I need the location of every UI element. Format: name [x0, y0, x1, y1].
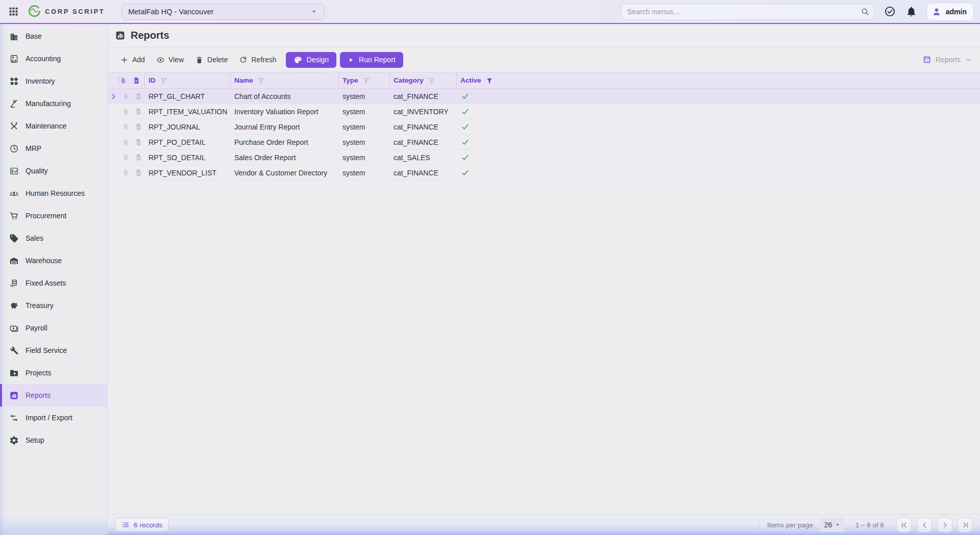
items-per-page-select[interactable]: 26 — [820, 518, 844, 532]
cell-type: system — [338, 92, 389, 100]
column-header-type[interactable]: Type — [338, 72, 389, 88]
run-report-button[interactable]: Run Report — [340, 52, 403, 68]
palette-icon — [293, 56, 302, 64]
filter-icon[interactable] — [160, 77, 167, 84]
chartbox-icon — [9, 391, 19, 400]
record-count-chip: 6 records — [115, 518, 169, 532]
sidebar-item-warehouse[interactable]: Warehouse — [0, 249, 107, 272]
attachment-icon — [122, 169, 130, 176]
cell-type: system — [338, 138, 389, 146]
treasury-icon — [9, 301, 19, 311]
cell-id: RPT_GL_CHART — [144, 92, 230, 100]
filter-icon[interactable] — [362, 77, 370, 84]
tasks-check-icon[interactable] — [884, 6, 896, 17]
table-header-row: ID Name Type Category Active — [108, 72, 980, 89]
quality-icon — [9, 166, 19, 176]
sidebar-item-mrp[interactable]: MRP — [0, 137, 107, 160]
column-header-active[interactable]: Active — [456, 72, 980, 88]
sidebar-item-manufacturing[interactable]: Manufacturing — [0, 92, 107, 115]
inventory-icon — [9, 77, 19, 86]
refresh-icon — [239, 56, 248, 64]
add-button[interactable]: Add — [114, 53, 151, 67]
menu-search — [621, 4, 874, 20]
refresh-button[interactable]: Refresh — [233, 53, 282, 67]
table-row[interactable]: RPT_GL_CHARTChart of Accountssystemcat_F… — [108, 89, 980, 104]
reports-page-icon — [115, 30, 126, 41]
column-header-name[interactable]: Name — [230, 72, 338, 88]
maintenance-icon — [9, 121, 19, 131]
row-expand-chevron-icon — [108, 108, 119, 116]
sidebar-item-maintenance[interactable]: Maintenance — [0, 115, 107, 137]
last-page-button[interactable] — [958, 517, 973, 532]
sidebar-item-fixed-assets[interactable]: Fixed Assets — [0, 272, 107, 294]
caret-down-icon — [310, 8, 318, 16]
sidebar-item-quality[interactable]: Quality — [0, 160, 107, 182]
attachment-column-icon[interactable] — [119, 77, 127, 85]
search-input[interactable] — [621, 4, 874, 20]
logo-icon — [28, 5, 41, 18]
reports-view-icon — [922, 55, 932, 64]
cell-type: system — [338, 108, 389, 116]
user-avatar-icon — [932, 7, 942, 17]
table-row[interactable]: RPT_ITEM_VALUATIONInventory Valuation Re… — [108, 104, 980, 119]
base-icon — [9, 32, 19, 41]
delete-button[interactable]: Delete — [189, 53, 233, 67]
active-check-icon — [461, 138, 470, 146]
table-row[interactable]: RPT_JOURNALJournal Entry Reportsystemcat… — [108, 119, 980, 135]
sidebar-item-treasury[interactable]: Treasury — [0, 294, 107, 317]
cell-name: Purchase Order Report — [230, 138, 338, 146]
table-row[interactable]: RPT_VENDOR_LISTVendor & Customer Directo… — [108, 165, 980, 181]
sidebar-item-label: Import / Export — [26, 414, 72, 422]
sidebar-item-label: Maintenance — [26, 122, 66, 130]
sidebar-item-import-export[interactable]: Import / Export — [0, 406, 107, 429]
sidebar-item-label: Fixed Assets — [26, 279, 66, 287]
attachment-icon — [122, 108, 130, 115]
design-button[interactable]: Design — [286, 52, 337, 68]
document-column-icon[interactable] — [132, 77, 140, 85]
filter-icon[interactable] — [257, 77, 265, 84]
sidebar-nav: BaseAccountingInventoryManufacturingMain… — [0, 24, 108, 535]
active-filter-icon[interactable] — [485, 77, 494, 85]
document-icon — [135, 169, 142, 176]
toolbar: Add View Delete Refresh Design Run Repor… — [108, 47, 980, 72]
attachment-icon — [122, 154, 130, 161]
plus-icon — [120, 56, 129, 64]
mrp-icon — [9, 144, 19, 154]
view-button[interactable]: View — [151, 53, 189, 67]
sidebar-item-field-service[interactable]: Field Service — [0, 339, 107, 362]
table-row[interactable]: RPT_SO_DETAILSales Order Reportsystemcat… — [108, 150, 980, 165]
last-page-icon — [961, 521, 970, 529]
company-selector-dropdown[interactable]: MetalFab HQ - Vancouver — [121, 4, 325, 20]
column-header-id[interactable]: ID — [144, 72, 230, 88]
sidebar-item-payroll[interactable]: Payroll — [0, 317, 107, 339]
cell-category: cat_FINANCE — [389, 138, 456, 146]
sidebar-item-inventory[interactable]: Inventory — [0, 70, 107, 92]
user-menu[interactable]: admin — [926, 3, 974, 21]
sidebar-item-human-resources[interactable]: Human Resources — [0, 182, 107, 205]
sidebar-item-reports[interactable]: Reports — [0, 384, 107, 406]
row-expand-chevron-icon[interactable] — [108, 92, 119, 100]
app-launcher-icon[interactable] — [8, 6, 19, 17]
notifications-bell-icon[interactable] — [905, 6, 917, 17]
cell-id: RPT_JOURNAL — [144, 123, 230, 131]
column-header-category[interactable]: Category — [389, 72, 456, 88]
sidebar-item-procurement[interactable]: Procurement — [0, 205, 107, 227]
sidebar-item-sales[interactable]: Sales — [0, 227, 107, 249]
filter-icon[interactable] — [428, 77, 435, 84]
chevron-down-icon — [965, 56, 972, 64]
sidebar-item-setup[interactable]: Setup — [0, 429, 107, 451]
next-page-button[interactable] — [937, 517, 952, 532]
cell-type: system — [338, 169, 389, 177]
reports-table: ID Name Type Category Active RPT_GL_CHAR… — [108, 72, 980, 181]
view-selector-dropdown[interactable]: Reports — [922, 55, 972, 64]
sidebar-item-label: Reports — [26, 391, 51, 399]
cell-category: cat_FINANCE — [389, 92, 456, 100]
sidebar-item-base[interactable]: Base — [0, 25, 107, 47]
previous-page-button[interactable] — [917, 517, 932, 532]
warehouse-icon — [9, 256, 19, 266]
header-expander — [108, 72, 119, 88]
sidebar-item-projects[interactable]: Projects — [0, 362, 107, 384]
sidebar-item-accounting[interactable]: Accounting — [0, 47, 107, 70]
table-row[interactable]: RPT_PO_DETAILPurchase Order Reportsystem… — [108, 135, 980, 150]
first-page-button[interactable] — [896, 517, 912, 532]
